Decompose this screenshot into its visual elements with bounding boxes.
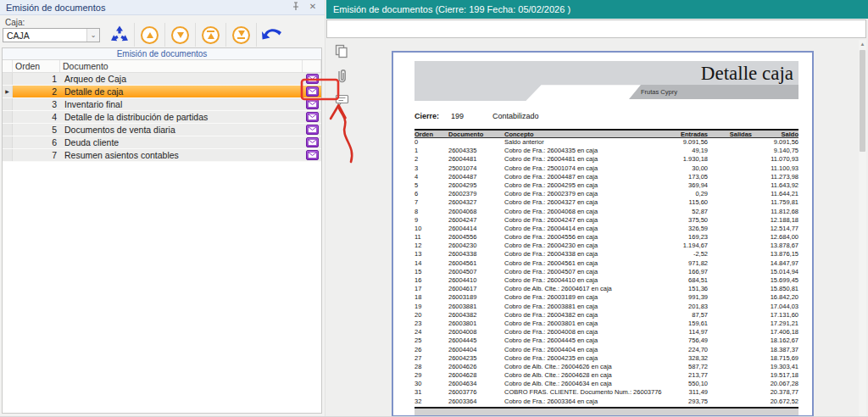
cell-documento: 26004626: [448, 363, 504, 371]
cell-salidas: [708, 328, 752, 336]
report-page: Detalle caja Frutas Cypry Cierre:199Cont…: [392, 51, 814, 417]
cell-saldo: 13.876,15: [752, 250, 798, 259]
cell-concepto: Cobro de Fra.: 26003881 en caja: [504, 303, 657, 311]
cell-saldo: 11.070,93: [752, 155, 798, 164]
document-row[interactable]: 5 Documentos de venta diaria: [3, 124, 321, 136]
cell-salidas: [708, 198, 752, 207]
cell-documento: 26004327: [448, 198, 504, 207]
cell-salidas: [708, 354, 752, 363]
cell-saldo: 17.406,18: [752, 328, 798, 336]
cell-saldo: 11.812,68: [752, 208, 798, 216]
cell-entradas: 991,39: [657, 293, 708, 302]
cell-documento: 26003881: [448, 303, 504, 311]
move-first-icon[interactable]: [197, 22, 225, 47]
move-last-icon[interactable]: [227, 22, 255, 47]
send-mail-icon[interactable]: [303, 124, 321, 136]
cell-concepto: Cobro de Fra.: 26003364 en caja: [504, 398, 657, 406]
document-row[interactable]: 7 Resumen asientos contables: [3, 149, 321, 162]
cell-concepto: Cobro de Fra.: 26004414 en caja: [504, 225, 657, 233]
report-row: 8 26004068 Cobro de Fra.: 26004068 en ca…: [415, 208, 798, 216]
cell-orden: 2: [415, 155, 448, 164]
copy-pages-icon[interactable]: [335, 44, 348, 58]
caja-combobox[interactable]: CAJA ⌄: [3, 28, 100, 42]
pin-icon[interactable]: [291, 2, 301, 12]
document-row[interactable]: 6 Deuda cliente: [3, 136, 321, 149]
send-mail-icon[interactable]: [303, 73, 321, 85]
note-icon[interactable]: [335, 94, 349, 107]
preview-toolbar-strip[interactable]: [326, 19, 866, 38]
report-row: 14 26004561 Cobro de Fra.: 26004561 en c…: [415, 259, 798, 268]
cell-orden: 8: [415, 208, 448, 216]
cell-salidas: [708, 371, 752, 380]
report-row: 15 26004507 Cobro de Fra.: 26004507 en c…: [415, 268, 798, 276]
cell-orden: 13: [415, 250, 448, 259]
document-row[interactable]: ▶ 2 Detalle de caja: [3, 86, 321, 98]
chevron-down-icon[interactable]: ⌄: [86, 29, 99, 42]
cell-entradas: 169,23: [657, 233, 708, 242]
cell-concepto: COBRO FRAS. CLIENTE. Documento Num.: 260…: [504, 388, 657, 397]
orden-column-header[interactable]: Orden: [13, 60, 60, 72]
document-row[interactable]: 4 Detalle de la distribución de partidas: [3, 111, 321, 124]
report-col-salidas: Salidas: [708, 131, 752, 138]
report-table-body: 0 Saldo anterior 9.091,56 9.091,56 1 260…: [415, 138, 798, 406]
cell-salidas: [708, 173, 752, 181]
cell-orden: 31: [415, 388, 448, 397]
marker-column-header: [3, 60, 13, 72]
cell-saldo: 20.378,77: [752, 388, 798, 397]
cell-documento: 26004634: [448, 380, 504, 388]
cell-salidas: [708, 363, 752, 371]
cell-entradas: 328,32: [657, 354, 708, 363]
cierre-label: Cierre:: [415, 112, 439, 120]
report-company: Frutas Cypry: [641, 88, 677, 96]
cell-concepto: Cobro de Fra.: 26004481 en caja: [504, 155, 657, 164]
cell-entradas: 52,87: [657, 208, 708, 216]
cell-saldo: 15.850,81: [752, 285, 798, 293]
move-down-icon[interactable]: [166, 22, 194, 47]
cell-salidas: [708, 181, 752, 190]
cell-concepto: Cobro de Fra.: 26004335 en caja: [504, 147, 657, 155]
cell-saldo: 20.672,52: [752, 398, 798, 406]
cell-salidas: [708, 242, 752, 250]
cell-concepto: Cobro de Fra.: 26004556 en caja: [504, 233, 657, 242]
document-row[interactable]: 3 Inventario final: [3, 98, 321, 111]
paperclip-icon[interactable]: [337, 68, 348, 85]
send-mail-icon[interactable]: [303, 98, 321, 110]
cell-saldo: 17.291,21: [752, 320, 798, 328]
send-mail-icon[interactable]: [303, 111, 321, 123]
row-marker: [3, 136, 13, 148]
cell-salidas: [708, 380, 752, 388]
close-icon[interactable]: ✕: [308, 2, 318, 12]
move-up-icon[interactable]: [136, 22, 164, 47]
back-arrow-icon[interactable]: [258, 22, 286, 47]
send-mail-icon[interactable]: [303, 136, 321, 148]
report-row: 11 26004556 Cobro de Fra.: 26004556 en c…: [415, 233, 798, 242]
row-documento: Arqueo de Caja: [60, 73, 303, 85]
report-row: 6 26002379 Cobro de Fra.: 26002379 en ca…: [415, 190, 798, 198]
cell-entradas: 9.091,56: [657, 138, 708, 147]
row-orden: 3: [13, 98, 60, 110]
send-mail-icon[interactable]: [303, 86, 321, 97]
cell-documento: 26004295: [448, 181, 504, 190]
send-mail-icon[interactable]: [303, 149, 321, 161]
row-orden: 5: [13, 124, 60, 136]
cell-orden: 17: [415, 285, 448, 293]
cell-documento: 26004404: [448, 346, 504, 354]
scrollbar-thumb[interactable]: [860, 50, 865, 152]
cell-saldo: 18.162,67: [752, 336, 798, 345]
document-row[interactable]: 1 Arqueo de Caja: [3, 73, 321, 86]
cell-orden: 28: [415, 363, 448, 371]
scrollbar-up-icon[interactable]: ▲: [859, 40, 866, 48]
cell-saldo: 19.303,41: [752, 363, 798, 371]
report-row: 1 26004335 Cobro de Fra.: 26004335 en ca…: [415, 147, 798, 155]
cell-documento: [448, 138, 504, 147]
documento-column-header[interactable]: Documento: [60, 60, 303, 72]
recycle-icon[interactable]: [105, 22, 133, 47]
cell-concepto: Cobro de Alb. Clte.: 26004626 en caja: [504, 363, 657, 371]
cell-saldo: 16.842,20: [752, 293, 798, 302]
report-row: 12 26004230 Cobro de Fra.: 26004230 en c…: [415, 242, 798, 250]
preview-scrollbar[interactable]: ▲: [859, 40, 866, 417]
report-col-orden: Orden: [415, 131, 448, 138]
cell-salidas: [708, 268, 752, 276]
cell-documento: 26003189: [448, 293, 504, 302]
report-row: 30 26004634 Cobro de Alb. Clte.: 2600463…: [415, 380, 798, 388]
